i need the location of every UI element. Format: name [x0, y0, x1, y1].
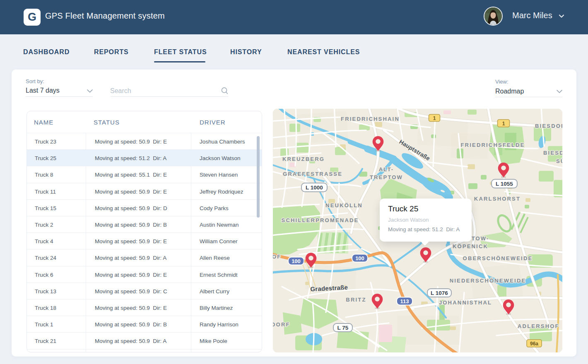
svg-text:L 1076: L 1076: [431, 290, 448, 296]
svg-text:JOHANNISTHAL: JOHANNISTHAL: [439, 299, 492, 306]
svg-text:BRITZ: BRITZ: [346, 297, 366, 303]
svg-text:TREPTOW: TREPTOW: [370, 174, 403, 180]
svg-text:BIESD: BIESD: [543, 150, 562, 156]
svg-text:TOW-: TOW-: [472, 235, 489, 242]
svg-text:FRIEDRICHSFELDE: FRIEDRICHSFELDE: [460, 142, 525, 148]
svg-text:OF: OF: [273, 254, 281, 260]
svg-text:NIEDERSCHÖNEWEIDE: NIEDERSCHÖNEWEIDE: [450, 278, 526, 284]
svg-text:L 1055: L 1055: [496, 181, 513, 187]
svg-text:1: 1: [502, 121, 505, 127]
svg-text:FRIEDRICHSHAIN: FRIEDRICHSHAIN: [341, 116, 400, 122]
svg-text:SÜ: SÜ: [556, 158, 562, 164]
svg-text:SCHILLERPROMENADE: SCHILLERPROMENADE: [282, 217, 359, 223]
svg-text:1: 1: [433, 115, 436, 121]
svg-text:100: 100: [292, 258, 301, 264]
svg-text:BIESDOR: BIESDOR: [535, 123, 562, 129]
svg-text:96a: 96a: [530, 341, 538, 347]
svg-text:ALT-: ALT-: [379, 166, 394, 172]
svg-text:KÖPENICK: KÖPENICK: [453, 243, 488, 249]
svg-text:L 75: L 75: [337, 325, 349, 331]
svg-text:DORF: DORF: [273, 321, 290, 328]
svg-text:GRAEFESTRASSE: GRAEFESTRASSE: [283, 171, 342, 177]
svg-text:100: 100: [355, 255, 364, 261]
svg-text:113: 113: [400, 298, 409, 304]
svg-text:OBERSCHÖNEWEIDE: OBERSCHÖNEWEIDE: [463, 255, 533, 261]
svg-text:KREUZBERG: KREUZBERG: [282, 156, 325, 162]
svg-text:L 1000: L 1000: [306, 184, 323, 191]
svg-text:NEUKÖLLN: NEUKÖLLN: [325, 202, 363, 208]
svg-text:KARLSHORST: KARLSHORST: [474, 196, 521, 202]
svg-text:ADLERSHOF: ADLERSHOF: [518, 323, 559, 329]
